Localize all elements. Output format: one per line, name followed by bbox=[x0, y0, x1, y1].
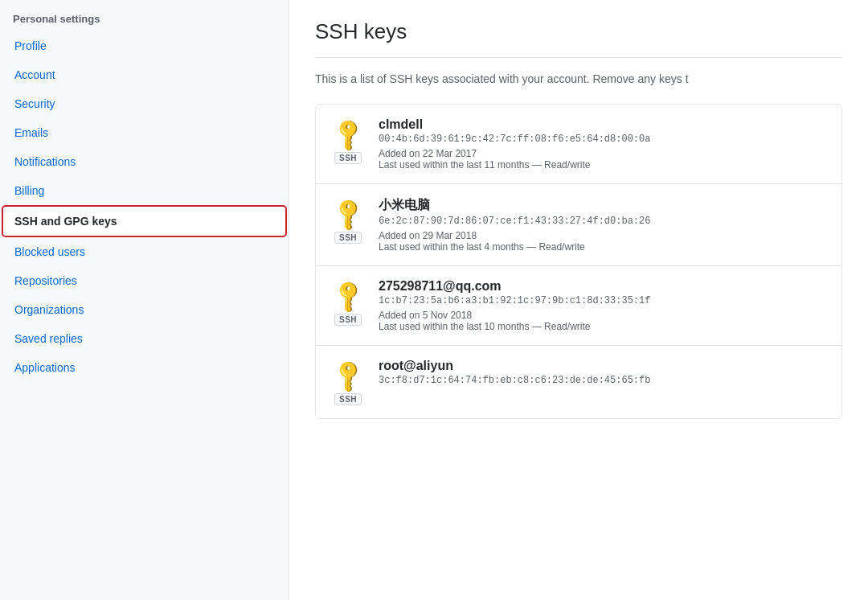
key-name: root@aliyun bbox=[379, 359, 829, 373]
key-info: 小米电脑 6e:2c:87:90:7d:86:07:ce:f1:43:33:27… bbox=[379, 197, 829, 253]
table-row: 🔑 SSH 275298711@qq.com 1c:b7:23:5a:b6:a3… bbox=[316, 266, 841, 346]
sidebar-item-applications[interactable]: Applications bbox=[0, 353, 289, 382]
key-last-used: Last used within the last 11 months — Re… bbox=[379, 159, 829, 171]
key-info: 275298711@qq.com 1c:b7:23:5a:b6:a3:b1:92… bbox=[379, 279, 829, 332]
sidebar-item-billing[interactable]: Billing bbox=[0, 176, 289, 205]
sidebar-item-security[interactable]: Security bbox=[0, 89, 289, 118]
sidebar: Personal settings Profile Account Securi… bbox=[0, 0, 289, 600]
sidebar-item-ssh-gpg-keys[interactable]: SSH and GPG keys bbox=[3, 207, 285, 236]
table-row: 🔑 SSH root@aliyun 3c:f8:d7:1c:64:74:fb:e… bbox=[316, 346, 841, 418]
key-meta: Added on 5 Nov 2018 Last used within the… bbox=[379, 310, 829, 332]
key-icon-area: 🔑 SSH bbox=[329, 197, 367, 244]
key-meta: Added on 29 Mar 2018 Last used within th… bbox=[379, 230, 829, 253]
main-content: SSH keys This is a list of SSH keys asso… bbox=[289, 0, 868, 600]
key-name: 275298711@qq.com bbox=[379, 279, 829, 294]
key-added: Added on 22 Mar 2017 bbox=[379, 148, 829, 159]
key-name: 小米电脑 bbox=[379, 197, 829, 214]
sidebar-item-blocked-users[interactable]: Blocked users bbox=[0, 237, 289, 266]
sidebar-item-notifications[interactable]: Notifications bbox=[0, 147, 289, 176]
sidebar-item-organizations[interactable]: Organizations bbox=[0, 295, 289, 324]
key-icon-area: 🔑 SSH bbox=[329, 279, 367, 326]
key-meta: Added on 22 Mar 2017 Last used within th… bbox=[379, 148, 829, 171]
key-info: root@aliyun 3c:f8:d7:1c:64:74:fb:eb:c8:c… bbox=[379, 359, 829, 389]
ssh-keys-list: 🔑 SSH clmdell 00:4b:6d:39:61:9c:42:7c:ff… bbox=[315, 104, 842, 419]
ssh-badge: SSH bbox=[334, 314, 362, 326]
key-info: clmdell 00:4b:6d:39:61:9c:42:7c:ff:08:f6… bbox=[379, 117, 829, 171]
table-row: 🔑 SSH clmdell 00:4b:6d:39:61:9c:42:7c:ff… bbox=[316, 105, 841, 184]
key-icon-area: 🔑 SSH bbox=[329, 117, 367, 164]
key-fingerprint: 6e:2c:87:90:7d:86:07:ce:f1:43:33:27:4f:d… bbox=[379, 216, 829, 227]
ssh-badge: SSH bbox=[334, 232, 362, 244]
key-last-used: Last used within the last 10 months — Re… bbox=[379, 321, 829, 332]
key-added: Added on 29 Mar 2018 bbox=[379, 230, 829, 241]
key-fingerprint: 00:4b:6d:39:61:9c:42:7c:ff:08:f6:e5:64:d… bbox=[379, 134, 829, 145]
key-icon: 🔑 bbox=[329, 355, 367, 394]
sidebar-item-saved-replies[interactable]: Saved replies bbox=[0, 324, 289, 353]
key-icon: 🔑 bbox=[329, 114, 367, 153]
page-description: This is a list of SSH keys associated wi… bbox=[315, 71, 842, 88]
key-fingerprint: 3c:f8:d7:1c:64:74:fb:eb:c8:c6:23:de:de:4… bbox=[379, 375, 829, 386]
key-last-used: Last used within the last 4 months — Rea… bbox=[379, 241, 829, 253]
sidebar-item-account[interactable]: Account bbox=[0, 60, 289, 89]
key-added: Added on 5 Nov 2018 bbox=[379, 310, 829, 321]
key-icon-area: 🔑 SSH bbox=[329, 359, 367, 405]
sidebar-item-profile[interactable]: Profile bbox=[0, 31, 289, 60]
key-fingerprint: 1c:b7:23:5a:b6:a3:b1:92:1c:97:9b:c1:8d:3… bbox=[379, 295, 829, 306]
key-icon: 🔑 bbox=[329, 276, 367, 314]
key-name: clmdell bbox=[379, 117, 829, 132]
sidebar-heading: Personal settings bbox=[0, 0, 289, 31]
key-icon: 🔑 bbox=[329, 194, 367, 232]
sidebar-item-emails[interactable]: Emails bbox=[0, 118, 289, 147]
sidebar-item-repositories[interactable]: Repositories bbox=[0, 266, 289, 295]
page-title: SSH keys bbox=[315, 19, 842, 58]
ssh-badge: SSH bbox=[334, 393, 362, 405]
ssh-badge: SSH bbox=[334, 152, 362, 164]
table-row: 🔑 SSH 小米电脑 6e:2c:87:90:7d:86:07:ce:f1:43… bbox=[316, 184, 841, 266]
